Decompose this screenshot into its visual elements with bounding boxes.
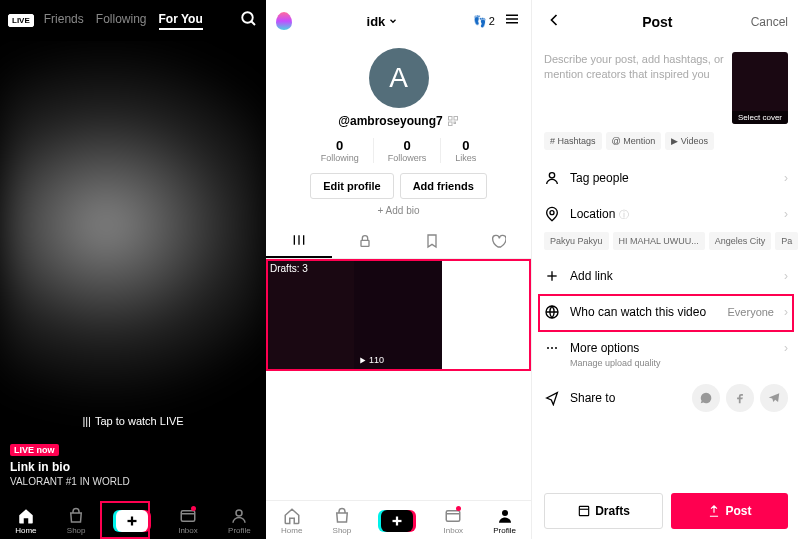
svg-rect-4 [181,511,195,522]
tab-private[interactable] [332,224,398,258]
feed-caption-title: Link in bio [10,460,256,474]
profile-name-dropdown[interactable]: idk [367,14,399,29]
svg-rect-16 [361,240,369,246]
svg-rect-20 [447,511,461,522]
telegram-icon[interactable] [760,384,788,412]
post-button[interactable]: Post [671,493,788,529]
plus-icon [544,268,560,284]
post-header: Post Cancel [532,0,800,44]
qr-icon[interactable] [447,115,459,127]
chevron-right-icon: › [784,341,788,355]
location-chip[interactable]: HI MAHAL UWUU... [613,232,705,250]
search-icon[interactable] [240,10,258,31]
drafts-button[interactable]: Drafts [544,493,663,529]
video-cell-empty [442,259,530,369]
facebook-icon[interactable] [726,384,754,412]
svg-point-5 [236,510,242,516]
feed-panel: LIVE Friends Following For You |⁠|⁠|Tap … [0,0,266,539]
username: @ambroseyoung7 [266,114,531,128]
nav-inbox[interactable]: Inbox [178,507,198,535]
add-bio-button[interactable]: + Add bio [266,205,531,216]
row-location[interactable]: Location ⓘ › [532,196,800,232]
chip-mention[interactable]: @ Mention [606,132,662,150]
coins-icon[interactable]: 👣2 [473,15,495,28]
live-now-badge: LIVE now [10,444,59,456]
chip-videos[interactable]: ▶ Videos [665,132,714,150]
chip-hashtags[interactable]: # Hashtags [544,132,602,150]
chevron-right-icon: › [784,207,788,221]
feed-caption-sub: VALORANT #1 IN WORLD [10,476,256,487]
location-icon [544,206,560,222]
location-chip[interactable]: Angeles City [709,232,772,250]
video-grid: Drafts: 3 110 [266,259,531,369]
row-privacy[interactable]: Who can watch this video Everyone › [532,294,800,330]
svg-point-22 [549,173,554,178]
nav-profile[interactable]: Profile [228,507,251,535]
post-description-input[interactable]: Describe your post, add hashtags, or men… [544,52,724,124]
svg-point-28 [551,347,553,349]
chevron-right-icon: › [784,305,788,319]
video-cell[interactable]: 110 [354,259,442,369]
feed-video[interactable]: |⁠|⁠|Tap to watch LIVE LIVE now Link in … [0,41,266,501]
nav-create[interactable] [381,510,413,532]
nav-create[interactable] [116,510,148,532]
location-chip[interactable]: Pa [775,232,798,250]
svg-point-29 [555,347,557,349]
more-options-sub: Manage upload quality [532,358,800,376]
post-title: Post [642,14,672,30]
profile-header: idk 👣2 [266,0,531,38]
stat-followers[interactable]: 0Followers [374,138,442,163]
post-panel: Post Cancel Describe your post, add hash… [532,0,800,539]
stat-likes[interactable]: 0Likes [441,138,490,163]
event-icon[interactable] [276,12,292,30]
tab-grid[interactable] [266,224,332,258]
chevron-right-icon: › [784,171,788,185]
drafts-cell[interactable]: Drafts: 3 [266,259,354,369]
tab-for-you[interactable]: For You [159,12,203,30]
select-cover[interactable]: Select cover [732,52,788,124]
edit-profile-button[interactable]: Edit profile [310,173,393,199]
messenger-icon[interactable] [692,384,720,412]
svg-rect-30 [579,506,588,515]
svg-rect-12 [454,122,456,124]
nav-home[interactable]: Home [281,507,302,535]
nav-home[interactable]: Home [15,507,36,535]
avatar[interactable]: A [369,48,429,108]
share-icon [544,390,560,406]
back-icon[interactable] [544,10,564,34]
nav-shop[interactable]: Shop [67,507,86,535]
row-add-link[interactable]: Add link › [532,258,800,294]
feed-header: LIVE Friends Following For You [0,0,266,41]
row-tag-people[interactable]: Tag people › [532,160,800,196]
tab-saved[interactable] [399,224,465,258]
cancel-button[interactable]: Cancel [751,15,788,29]
svg-rect-10 [454,117,458,121]
svg-rect-9 [448,117,452,121]
location-chip[interactable]: Pakyu Pakyu [544,232,609,250]
globe-icon [544,304,560,320]
svg-marker-17 [360,357,365,363]
tap-to-watch-live[interactable]: |⁠|⁠|Tap to watch LIVE [10,415,256,427]
nav-shop[interactable]: Shop [333,507,352,535]
profile-content-tabs [266,224,531,259]
menu-icon[interactable] [503,10,521,32]
svg-line-1 [251,21,255,25]
nav-inbox[interactable]: Inbox [444,507,464,535]
stat-following[interactable]: 0Following [307,138,374,163]
tab-friends[interactable]: Friends [44,12,84,30]
profile-stats: 0Following 0Followers 0Likes [266,138,531,163]
tab-liked[interactable] [465,224,531,258]
svg-rect-11 [448,122,452,126]
chevron-right-icon: › [784,269,788,283]
feed-tabs: Friends Following For You [44,12,230,30]
bottom-nav: Home Shop Inbox Profile [0,501,266,539]
live-icon[interactable]: LIVE [8,14,34,27]
profile-panel: idk 👣2 A @ambroseyoung7 0Following 0Foll… [266,0,532,539]
bottom-nav: Home Shop Inbox Profile [266,500,531,539]
tab-following[interactable]: Following [96,12,147,30]
nav-profile[interactable]: Profile [493,507,516,535]
more-icon [544,340,560,356]
svg-point-0 [242,12,253,23]
add-friends-button[interactable]: Add friends [400,173,487,199]
svg-point-27 [547,347,549,349]
